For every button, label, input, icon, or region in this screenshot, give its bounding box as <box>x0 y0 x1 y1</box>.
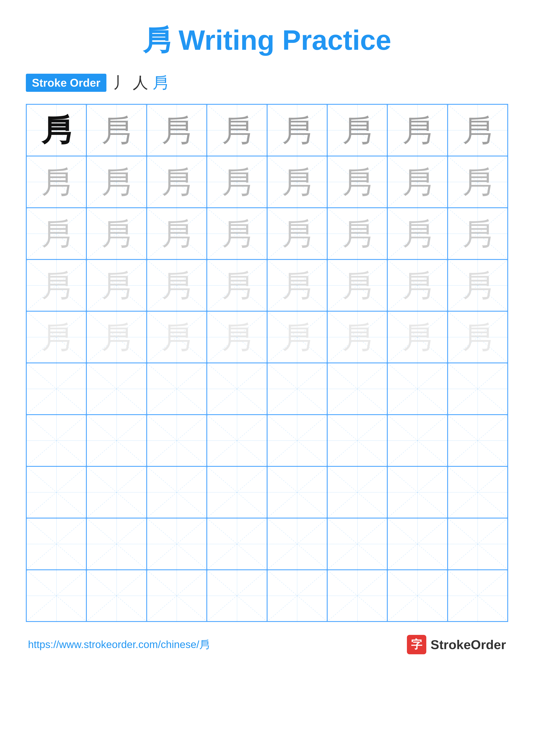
grid-cell[interactable]: 㐆 <box>387 208 447 259</box>
title-text: Writing Practice <box>179 24 391 56</box>
grid-cell[interactable]: 㐆 <box>26 259 87 311</box>
grid-cell[interactable]: 㐆 <box>207 208 267 259</box>
grid-cell[interactable] <box>267 570 327 622</box>
grid-cell[interactable] <box>387 363 447 415</box>
grid-cell[interactable]: 㐆 <box>267 311 327 363</box>
svg-line-120 <box>267 467 327 518</box>
grid-cell[interactable]: 㐆 <box>87 311 146 363</box>
grid-cell[interactable] <box>26 415 87 466</box>
grid-cell[interactable]: 㐆 <box>147 156 207 208</box>
grid-cell[interactable] <box>327 415 387 466</box>
grid-cell[interactable]: 㐆 <box>447 156 508 208</box>
grid-cell[interactable]: 㐆 <box>207 104 267 156</box>
grid-cell[interactable] <box>447 415 508 466</box>
grid-cell[interactable] <box>267 363 327 415</box>
svg-line-154 <box>328 570 387 621</box>
svg-line-155 <box>328 570 387 621</box>
grid-cell[interactable]: 㐆 <box>267 208 327 259</box>
grid-cell[interactable] <box>267 415 327 466</box>
grid-cell[interactable]: 㐆 <box>387 104 447 156</box>
grid-cell[interactable]: 㐆 <box>147 104 207 156</box>
grid-cell[interactable] <box>207 466 267 518</box>
grid-cell[interactable] <box>87 570 146 622</box>
svg-line-115 <box>87 467 146 518</box>
grid-cell[interactable]: 㐆 <box>327 156 387 208</box>
grid-cell[interactable] <box>207 570 267 622</box>
grid-cell[interactable] <box>147 518 207 570</box>
svg-line-109 <box>388 415 447 466</box>
svg-line-157 <box>388 570 447 621</box>
grid-cell[interactable] <box>447 518 508 570</box>
grid-cell[interactable]: 㐆 <box>87 156 146 208</box>
svg-line-103 <box>207 415 267 466</box>
grid-cell[interactable]: 㐆 <box>87 104 146 156</box>
grid-cell[interactable]: 㐆 <box>207 259 267 311</box>
grid-cell[interactable]: 㐆 <box>387 311 447 363</box>
svg-line-107 <box>328 415 387 466</box>
svg-line-158 <box>448 570 507 621</box>
grid-cell[interactable] <box>87 466 146 518</box>
grid-cell[interactable] <box>327 466 387 518</box>
grid-cell[interactable] <box>26 518 87 570</box>
grid-cell[interactable] <box>387 466 447 518</box>
grid-cell[interactable]: 㐆 <box>26 208 87 259</box>
footer-url[interactable]: https://www.strokeorder.com/chinese/㐆 <box>28 638 210 652</box>
svg-line-132 <box>147 519 206 569</box>
grid-cell[interactable]: 㐆 <box>447 259 508 311</box>
grid-cell[interactable]: 㐆 <box>207 311 267 363</box>
grid-cell[interactable]: 㐆 <box>447 311 508 363</box>
grid-cell[interactable] <box>327 518 387 570</box>
grid-cell[interactable] <box>387 570 447 622</box>
grid-cell[interactable] <box>147 415 207 466</box>
grid-cell[interactable]: 㐆 <box>327 104 387 156</box>
grid-cell[interactable] <box>327 570 387 622</box>
grid-cell[interactable]: 㐆 <box>26 311 87 363</box>
svg-line-96 <box>27 415 86 466</box>
svg-line-84 <box>147 363 206 414</box>
grid-cell[interactable] <box>87 363 146 415</box>
grid-cell[interactable] <box>26 570 87 622</box>
grid-cell[interactable]: 㐆 <box>147 259 207 311</box>
grid-cell[interactable] <box>447 466 508 518</box>
grid-cell[interactable]: 㐆 <box>26 104 87 156</box>
grid-cell[interactable] <box>147 363 207 415</box>
grid-cell[interactable]: 㐆 <box>327 311 387 363</box>
grid-cell[interactable]: 㐆 <box>267 259 327 311</box>
grid-cell[interactable]: 㐆 <box>26 156 87 208</box>
grid-cell[interactable]: 㐆 <box>447 104 508 156</box>
grid-cell[interactable] <box>267 466 327 518</box>
svg-line-153 <box>267 570 327 621</box>
grid-cell[interactable] <box>327 363 387 415</box>
grid-cell[interactable] <box>147 466 207 518</box>
grid-cell[interactable] <box>267 518 327 570</box>
grid-cell[interactable]: 㐆 <box>267 104 327 156</box>
grid-cell[interactable]: 㐆 <box>87 259 146 311</box>
grid-cell[interactable]: 㐆 <box>207 156 267 208</box>
grid-cell[interactable]: 㐆 <box>387 259 447 311</box>
grid-cell[interactable]: 㐆 <box>327 259 387 311</box>
grid-cell[interactable]: 㐆 <box>147 208 207 259</box>
grid-cell[interactable]: 㐆 <box>447 208 508 259</box>
grid-cell[interactable] <box>207 415 267 466</box>
grid-cell[interactable]: 㐆 <box>87 208 146 259</box>
grid-cell[interactable]: 㐆 <box>387 156 447 208</box>
svg-line-128 <box>27 519 86 569</box>
grid-cell[interactable] <box>447 570 508 622</box>
grid-cell[interactable] <box>207 363 267 415</box>
svg-line-143 <box>448 519 507 569</box>
stroke-order-badge: Stroke Order <box>26 74 106 92</box>
grid-cell[interactable]: 㐆 <box>267 156 327 208</box>
grid-cell[interactable]: 㐆 <box>327 208 387 259</box>
grid-cell[interactable] <box>447 363 508 415</box>
grid-cell[interactable] <box>26 466 87 518</box>
grid-cell[interactable] <box>387 415 447 466</box>
grid-cell[interactable] <box>387 518 447 570</box>
grid-cell[interactable] <box>147 570 207 622</box>
grid-cell[interactable] <box>87 415 146 466</box>
grid-cell[interactable] <box>26 363 87 415</box>
svg-line-83 <box>87 363 146 414</box>
grid-cell[interactable]: 㐆 <box>147 311 207 363</box>
grid-cell[interactable] <box>207 518 267 570</box>
svg-line-137 <box>267 519 327 569</box>
grid-cell[interactable] <box>87 518 146 570</box>
